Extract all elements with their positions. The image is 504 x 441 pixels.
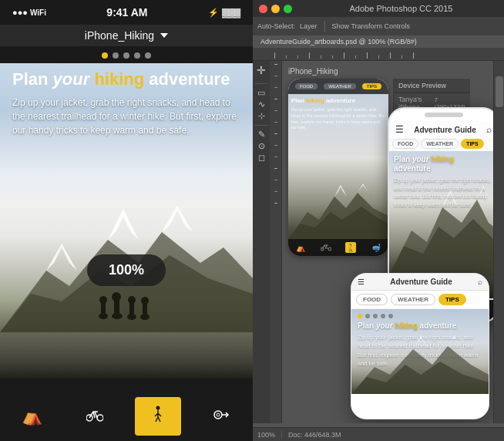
bottom-phone-body: ☰ Adventure Guide ⌕ FOOD WEATHER TIPS bbox=[351, 273, 489, 419]
eraser-tool-icon[interactable]: ◻ bbox=[258, 153, 265, 163]
ps-file-tab[interactable]: AdventureGuide_artboards.psd @ 100% (RGB… bbox=[253, 35, 504, 49]
adventure-description: Zip up your jacket, grab the right snack… bbox=[12, 96, 240, 137]
bp-menu-icon[interactable]: ☰ bbox=[358, 278, 365, 286]
thumb-dive-icon: 🤿 bbox=[371, 242, 381, 253]
tab-camp[interactable]: ⛺ bbox=[8, 397, 55, 436]
lp-search-icon[interactable]: ⌕ bbox=[486, 124, 492, 135]
lp-main-title: Plan your hikingadventure bbox=[394, 155, 493, 173]
svg-rect-15 bbox=[143, 304, 147, 317]
crop-tool-icon[interactable]: ⊹ bbox=[258, 111, 265, 121]
ruler-tick-v13 bbox=[274, 203, 277, 204]
lp-adventure: adventure bbox=[394, 164, 431, 173]
lp-tab-tips[interactable]: TIPS bbox=[461, 139, 484, 149]
large-phone-tab-row: FOOD WEATHER TIPS bbox=[389, 136, 493, 151]
separator-1 bbox=[324, 21, 325, 32]
ruler-tick-v5 bbox=[274, 110, 277, 111]
large-phone-screen: ☰ Adventure Guide ⌕ FOOD WEATHER TIPS bbox=[389, 121, 493, 298]
minimize-button[interactable] bbox=[271, 5, 280, 13]
bp-content-area: Plan your hiking adventure Zip up your j… bbox=[351, 309, 489, 394]
bp-main-title: Plan your hiking adventure bbox=[358, 321, 482, 331]
signal-icons: ●●● WiFi bbox=[12, 8, 46, 17]
ps-status-bar: 100% Doc: 446/648.3M bbox=[253, 427, 504, 441]
ruler-tick-v11 bbox=[274, 180, 277, 180]
bp-search-icon[interactable]: ⌕ bbox=[478, 278, 482, 286]
bp-mountain-svg bbox=[351, 332, 489, 394]
tab-tips-thumb[interactable]: TIPS bbox=[362, 83, 381, 89]
svg-marker-41 bbox=[448, 336, 460, 346]
ruler-tick-v10 bbox=[274, 168, 277, 169]
brush-tool-icon[interactable]: ✎ bbox=[258, 130, 265, 140]
layer-label: Layer bbox=[300, 22, 318, 30]
lp-tab-food[interactable]: FOOD bbox=[392, 139, 418, 149]
svg-point-10 bbox=[112, 292, 121, 301]
large-phone-notch bbox=[425, 113, 463, 117]
svg-marker-24 bbox=[334, 185, 347, 197]
tab-dive[interactable] bbox=[198, 397, 244, 436]
dot-4[interactable] bbox=[134, 52, 140, 59]
bp-tab-weather[interactable]: WEATHER bbox=[391, 294, 435, 305]
clock: 9:41 AM bbox=[106, 6, 147, 19]
svg-point-7 bbox=[99, 296, 107, 304]
thumb-plan: Plan bbox=[291, 97, 306, 104]
bp-tab-tips[interactable]: TIPS bbox=[438, 294, 466, 305]
large-phone-header: ☰ Adventure Guide ⌕ bbox=[389, 121, 493, 138]
dot-2[interactable] bbox=[113, 52, 119, 59]
ruler-tick-v4 bbox=[274, 99, 277, 99]
thumb-hike-icon: 🚶 bbox=[345, 242, 356, 253]
status-bar: ●●● WiFi 9:41 AM ⚡ ▓▓▓ bbox=[0, 0, 253, 25]
move-tool-icon[interactable]: ✛ bbox=[257, 64, 266, 76]
device-title-label[interactable]: iPhone_Hiking bbox=[85, 29, 168, 42]
dot-5[interactable] bbox=[145, 52, 151, 59]
ruler-tick-v7 bbox=[274, 133, 277, 134]
svg-rect-6 bbox=[101, 303, 106, 317]
bp-dot-1 bbox=[358, 314, 362, 318]
marquee-tool-icon[interactable]: ▭ bbox=[257, 88, 265, 98]
svg-point-18 bbox=[97, 415, 103, 421]
title-hiking: hiking bbox=[94, 69, 149, 89]
ps-vertical-scrollbar[interactable] bbox=[493, 61, 504, 423]
large-phone-content-text: Plan your hikingadventure Zip up your ja… bbox=[394, 155, 493, 209]
battery-icons: ⚡ ▓▓▓ bbox=[208, 8, 240, 18]
lasso-tool-icon[interactable]: ∿ bbox=[258, 99, 265, 109]
thumb-adventure: adventure bbox=[324, 97, 355, 104]
tab-hike[interactable] bbox=[135, 397, 181, 436]
ruler-tick-v1 bbox=[274, 64, 277, 65]
tab-weather-thumb[interactable]: WEATHER bbox=[324, 83, 356, 89]
bp-tab-row: FOOD WEATHER TIPS bbox=[351, 291, 489, 309]
device-title-bar[interactable]: iPhone_Hiking bbox=[0, 25, 253, 46]
svg-marker-25 bbox=[358, 183, 368, 193]
lp-tab-weather[interactable]: WEATHER bbox=[421, 139, 459, 149]
close-button[interactable] bbox=[259, 5, 267, 13]
artboard-tab-row: FOOD WEATHER TIPS bbox=[288, 79, 388, 94]
wifi-icon: ●●● bbox=[12, 8, 28, 17]
tab-food-thumb[interactable]: FOOD bbox=[295, 83, 318, 89]
photoshop-panel: Adobe Photoshop CC 2015 Auto-Select: Lay… bbox=[253, 0, 504, 441]
svg-marker-40 bbox=[413, 336, 428, 349]
ps-menubar: Adobe Photoshop CC 2015 bbox=[253, 0, 504, 17]
phone-artboard-thumb: FOOD WEATHER TIPS bbox=[288, 79, 388, 256]
lp-title-label: Adventure Guide bbox=[414, 126, 476, 134]
dot-3[interactable] bbox=[123, 52, 129, 59]
bp-tab-food[interactable]: FOOD bbox=[356, 294, 388, 305]
thumb-hiking: hiking bbox=[306, 97, 324, 104]
lp-your: your bbox=[412, 155, 429, 163]
device-name-text: iPhone_Hiking bbox=[85, 29, 154, 42]
stamp-tool-icon[interactable]: ⊙ bbox=[258, 141, 265, 151]
bp-header: ☰ Adventure Guide ⌕ bbox=[351, 274, 489, 291]
bp-dot-2 bbox=[365, 314, 370, 318]
ps-scroll-thumb[interactable] bbox=[496, 76, 503, 107]
artboard-title: Plan hiking adventure bbox=[291, 97, 385, 105]
tab-bike[interactable] bbox=[72, 397, 118, 436]
dot-1[interactable] bbox=[102, 52, 108, 59]
svg-point-21 bbox=[217, 413, 220, 416]
lp-menu-icon[interactable]: ☰ bbox=[395, 124, 404, 135]
toolbar-divider-2 bbox=[255, 125, 267, 126]
chevron-down-icon bbox=[160, 33, 168, 38]
ps-content-area: ✛ ▭ ∿ ⊹ ✎ ⊙ ◻ bbox=[253, 61, 504, 423]
main-content-area: Plan your hiking adventure Zip up your j… bbox=[0, 63, 253, 379]
artboard-label: iPhone_Hiking bbox=[288, 67, 487, 76]
bottom-tab-bar: ⛺ bbox=[0, 391, 253, 441]
maximize-button[interactable] bbox=[284, 5, 292, 13]
pagination-dots bbox=[0, 46, 253, 63]
title-plan: Plan bbox=[12, 69, 53, 89]
